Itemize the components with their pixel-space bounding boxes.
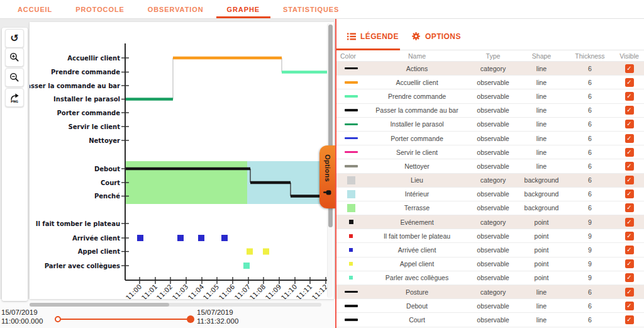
options-pull-tab[interactable]: Options — [319, 145, 335, 208]
visible-cell: ✓ — [614, 302, 644, 310]
visible-checkbox[interactable]: ✓ — [625, 92, 634, 101]
zoom-in-button[interactable] — [5, 48, 24, 67]
legend-type: observable — [469, 246, 518, 254]
color-swatch — [345, 165, 358, 167]
legend-name: Terrasse — [365, 204, 469, 212]
legend-shape: point — [518, 260, 565, 268]
color-swatch — [347, 176, 355, 184]
tab-statistiques[interactable]: STATISTIQUES — [282, 0, 340, 18]
visible-checkbox[interactable]: ✓ — [625, 288, 634, 297]
range-slider-start-handle[interactable] — [55, 316, 61, 322]
legend-thickness: 6 — [565, 149, 614, 156]
legend-name: Posture — [365, 288, 469, 296]
chart-event-point — [247, 249, 253, 255]
legend-thickness: 6 — [565, 176, 614, 184]
tab-accueil[interactable]: ACCUEIL — [16, 0, 53, 18]
tab-observation[interactable]: OBSERVATION — [147, 0, 205, 18]
legend-shape: background — [518, 204, 565, 212]
visible-checkbox[interactable]: ✓ — [625, 148, 634, 157]
tab-options[interactable]: OPTIONS — [411, 31, 461, 41]
color-swatch — [349, 234, 353, 238]
range-slider-end-handle[interactable] — [187, 315, 194, 323]
color-cell — [336, 262, 365, 266]
legend-name: Porter commande — [365, 135, 469, 142]
range-slider-track[interactable] — [58, 319, 191, 320]
export-png-button[interactable]: PNG — [5, 88, 24, 107]
visible-checkbox[interactable]: ✓ — [625, 315, 634, 324]
legend-name: Il fait tomber le plateau — [365, 232, 469, 240]
legend-shape: line — [518, 302, 565, 310]
legend-row: Servir le clientobservableline6✓ — [336, 145, 644, 159]
color-swatch — [345, 123, 358, 126]
visible-cell: ✓ — [614, 162, 644, 171]
color-cell — [336, 291, 365, 293]
legend-name: Arrivée client — [365, 246, 469, 254]
tab-legende[interactable]: LÉGENDE — [347, 32, 399, 41]
visible-checkbox[interactable]: ✓ — [625, 162, 634, 171]
legend-name: Actions — [365, 65, 469, 72]
legend-type: category — [469, 176, 518, 184]
legend-thickness: 6 — [565, 79, 614, 86]
color-cell — [336, 220, 365, 224]
tab-options-label: OPTIONS — [425, 32, 461, 41]
timeline-chart[interactable]: Accuellir clientPrendre commandePasser l… — [30, 22, 334, 299]
visible-checkbox[interactable]: ✓ — [625, 120, 634, 128]
zoom-out-button[interactable] — [5, 68, 24, 87]
legend-name: Prendre commande — [365, 93, 469, 100]
color-swatch — [345, 151, 358, 154]
color-cell — [336, 67, 365, 70]
legend-row: Accuellir clientobservableline6✓ — [336, 76, 644, 89]
visible-checkbox[interactable]: ✓ — [625, 259, 634, 268]
legend-shape: line — [518, 288, 565, 296]
visible-checkbox[interactable]: ✓ — [625, 232, 634, 240]
visible-checkbox[interactable]: ✓ — [625, 64, 634, 73]
y-axis-label: Passer la commande au bar — [30, 82, 120, 89]
legend-name: Installer le parasol — [365, 120, 469, 128]
horizontal-scrollbar-thumb[interactable] — [30, 303, 169, 307]
color-cell — [336, 137, 365, 140]
chart-card: Accuellir clientPrendre commandePasser l… — [30, 22, 334, 299]
tab-protocole[interactable]: PROTOCOLE — [74, 0, 126, 18]
list-icon — [347, 33, 356, 40]
color-swatch — [349, 220, 353, 224]
legend-name: Intérieur — [365, 190, 469, 198]
svg-text:PNG: PNG — [11, 99, 18, 103]
legend-type: observable — [469, 93, 518, 100]
visible-checkbox[interactable]: ✓ — [625, 246, 634, 254]
chart-horizontal-scrollbar[interactable] — [30, 303, 321, 307]
legend-type: observable — [469, 190, 518, 198]
tab-graphe[interactable]: GRAPHE — [226, 0, 261, 18]
visible-checkbox[interactable]: ✓ — [625, 78, 634, 87]
visible-checkbox[interactable]: ✓ — [625, 273, 634, 282]
color-swatch — [347, 190, 355, 198]
visible-cell: ✓ — [614, 288, 644, 297]
legend-type: observable — [469, 149, 518, 156]
legend-thickness: 6 — [565, 204, 614, 212]
legend-row: Appel clientobservablepoint9✓ — [336, 257, 644, 271]
visible-checkbox[interactable]: ✓ — [625, 176, 634, 184]
color-cell — [336, 176, 365, 184]
visible-checkbox[interactable]: ✓ — [625, 218, 634, 227]
y-axis-label: Court — [101, 179, 120, 186]
legend-name: Debout — [365, 302, 469, 310]
legend-row: Prendre commandeobservableline6✓ — [336, 89, 644, 103]
color-cell — [336, 234, 365, 238]
visible-cell: ✓ — [614, 92, 644, 101]
legend-row: Porter commandeobservableline6✓ — [336, 132, 644, 145]
visible-checkbox[interactable]: ✓ — [625, 106, 634, 115]
visible-checkbox[interactable]: ✓ — [625, 203, 634, 212]
legend-thickness: 6 — [565, 120, 614, 128]
legend-type: observable — [469, 260, 518, 268]
legend-shape: line — [518, 93, 565, 100]
visible-checkbox[interactable]: ✓ — [625, 134, 634, 143]
legend-name: Evénement — [365, 218, 469, 226]
zoom-in-icon — [9, 52, 19, 62]
visible-checkbox[interactable]: ✓ — [625, 302, 634, 310]
gear-icon — [411, 31, 421, 41]
reset-view-button[interactable]: ↺ — [5, 29, 24, 48]
panel-divider — [335, 19, 336, 328]
y-axis-label: Appel client — [78, 248, 120, 255]
y-axis-label: Porter commande — [57, 110, 120, 116]
chart-event-point — [221, 235, 228, 241]
visible-checkbox[interactable]: ✓ — [625, 189, 634, 198]
